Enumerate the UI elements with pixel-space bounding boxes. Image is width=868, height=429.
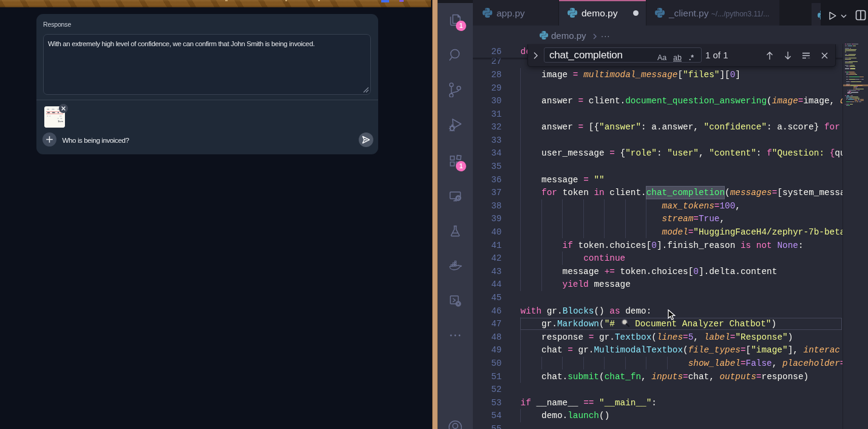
svg-text:$um: $um [58, 120, 64, 123]
